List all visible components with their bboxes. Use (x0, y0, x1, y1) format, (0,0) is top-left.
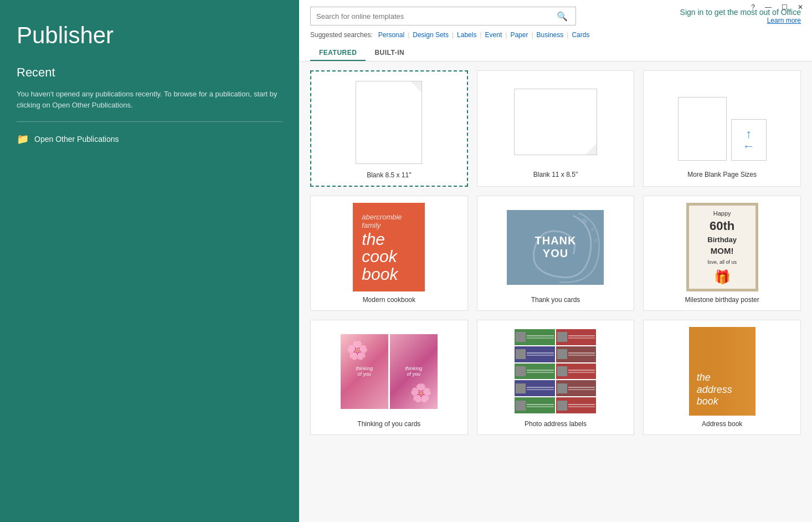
thinking-cover: 🌸 thinkingof you 🌸 thinkingof you (341, 334, 438, 409)
addressbook-text: theaddressbook (697, 372, 732, 408)
page-fold-landscape (585, 144, 597, 155)
template-grid: Blank 8.5 x 11" Blank 11 x 8.5" (310, 70, 801, 435)
sidebar-divider (17, 121, 282, 122)
label-row-2 (515, 346, 596, 362)
template-thumb-birthday: Happy 60th Birthday MOM! love, all of us… (650, 203, 794, 291)
thankyou-text: THANK YOU (535, 234, 576, 260)
restore-button[interactable]: ☐ (777, 2, 792, 12)
template-thumb-thinking: 🌸 thinkingof you 🌸 thinkingof you (317, 327, 461, 416)
large-page-icon (678, 97, 727, 161)
search-button[interactable]: 🔍 (554, 11, 570, 22)
open-other-label: Open Other Publications (34, 135, 119, 144)
template-label-thankyou: Thank you cards (531, 296, 580, 304)
folder-icon: 📁 (17, 133, 29, 145)
tag-business[interactable]: Business (537, 31, 564, 39)
template-label-cookbook: Modern cookbook (363, 296, 415, 304)
thinking-right: 🌸 thinkingof you (390, 334, 438, 409)
window-controls: ? — ☐ ✕ (742, 0, 812, 14)
tab-built-in[interactable]: BUILT-IN (366, 45, 413, 61)
template-cookbook[interactable]: abercrombie family thecookbook Modern co… (310, 196, 468, 311)
template-thumb-more-sizes: ↑ ← (650, 78, 794, 166)
label-row-5 (515, 397, 596, 413)
svg-point-1 (591, 228, 594, 231)
template-area[interactable]: Blank 8.5 x 11" Blank 11 x 8.5" (299, 62, 812, 522)
search-box[interactable]: 🔍 (310, 7, 576, 25)
addressbook-cover: theaddressbook (689, 327, 756, 416)
template-label-blank-portrait: Blank 8.5 x 11" (367, 171, 411, 179)
template-thumb-blank-portrait (318, 78, 460, 167)
svg-point-2 (593, 238, 598, 243)
birthday-cover: Happy 60th Birthday MOM! love, all of us… (686, 203, 758, 291)
blank-landscape-icon (514, 89, 597, 155)
small-page-icon: ↑ ← (731, 119, 767, 161)
template-address-book[interactable]: theaddressbook Address book (643, 320, 801, 435)
template-thumb-address-book: theaddressbook (650, 327, 794, 416)
tag-event[interactable]: Event (485, 31, 502, 39)
template-blank-landscape[interactable]: Blank 11 x 8.5" (477, 70, 635, 187)
template-thumb-blank-landscape (484, 78, 628, 166)
tag-paper[interactable]: Paper (510, 31, 528, 39)
thinking-label-right: thinkingof you (403, 364, 424, 379)
thinking-label-left: thinkingof you (353, 364, 375, 379)
sidebar: Publisher Recent You haven't opened any … (0, 0, 299, 522)
arrow-up-icon: ↑ (746, 128, 752, 140)
template-label-address-book: Address book (702, 420, 742, 428)
template-thumb-thankyou: THANK YOU (484, 203, 628, 291)
more-sizes-icon: ↑ ← (678, 83, 767, 161)
svg-point-0 (582, 218, 587, 224)
thinking-left: 🌸 thinkingof you (341, 334, 388, 409)
template-address-labels[interactable]: Photo address labels (477, 320, 635, 435)
template-thumb-address-labels (484, 327, 628, 416)
tag-labels[interactable]: Labels (457, 31, 476, 39)
cookbook-cover: abercrombie family thecookbook (353, 203, 425, 291)
birthday-gifts-icon: 🎁 (714, 269, 731, 285)
template-blank-portrait[interactable]: Blank 8.5 x 11" (310, 70, 468, 187)
birthday-text: Happy 60th Birthday MOM! love, all of us (707, 209, 737, 266)
cookbook-title: thecookbook (362, 231, 398, 283)
label-row-3 (515, 364, 596, 380)
tag-cards[interactable]: Cards (572, 31, 589, 39)
flower-icon-right: 🌸 (410, 382, 432, 403)
blank-portrait-icon (356, 81, 422, 164)
tag-personal[interactable]: Personal (378, 31, 404, 39)
template-label-thinking: Thinking of you cards (357, 420, 420, 428)
main-area: 🔍 Sign in to get the most out of Office … (299, 0, 812, 522)
tab-featured[interactable]: FEATURED (310, 45, 366, 61)
template-label-address-labels: Photo address labels (525, 420, 587, 428)
template-birthday[interactable]: Happy 60th Birthday MOM! love, all of us… (643, 196, 801, 311)
arrow-left-icon: ← (743, 140, 755, 152)
template-more-sizes[interactable]: ↑ ← More Blank Page Sizes (643, 70, 801, 187)
recent-section-title: Recent (17, 65, 282, 80)
suggested-row: Suggested searches: Personal | Design Se… (310, 31, 801, 42)
cookbook-subtitle: abercrombie family (362, 213, 416, 229)
address-labels-cover (512, 327, 598, 416)
template-label-birthday: Milestone birthday poster (685, 296, 759, 304)
thankyou-cover: THANK YOU (507, 210, 604, 285)
learn-more-link[interactable]: Learn more (680, 17, 801, 24)
template-thumb-cookbook: abercrombie family thecookbook (317, 203, 461, 291)
template-label-blank-landscape: Blank 11 x 8.5" (533, 171, 578, 178)
minimize-button[interactable]: — (760, 2, 776, 12)
suggested-label: Suggested searches: (310, 31, 373, 39)
close-button[interactable]: ✕ (793, 2, 808, 12)
page-fold (410, 81, 422, 93)
topbar: 🔍 Sign in to get the most out of Office … (299, 0, 812, 62)
template-label-more-sizes: More Blank Page Sizes (687, 171, 757, 178)
flower-icon-left: 🌸 (346, 340, 368, 361)
search-input[interactable] (316, 12, 554, 21)
label-row-1 (515, 329, 596, 345)
tabs-row: FEATURED BUILT-IN (310, 45, 801, 61)
open-other-button[interactable]: 📁 Open Other Publications (17, 133, 282, 145)
no-recent-message: You haven't opened any publications rece… (17, 89, 282, 110)
help-button[interactable]: ? (747, 2, 759, 12)
template-thankyou[interactable]: THANK YOU Thank you cards (477, 196, 635, 311)
app-title: Publisher (17, 22, 282, 49)
label-row-4 (515, 380, 596, 396)
template-thinking[interactable]: 🌸 thinkingof you 🌸 thinkingof you Thinki… (310, 320, 468, 435)
tag-design-sets[interactable]: Design Sets (413, 31, 449, 39)
